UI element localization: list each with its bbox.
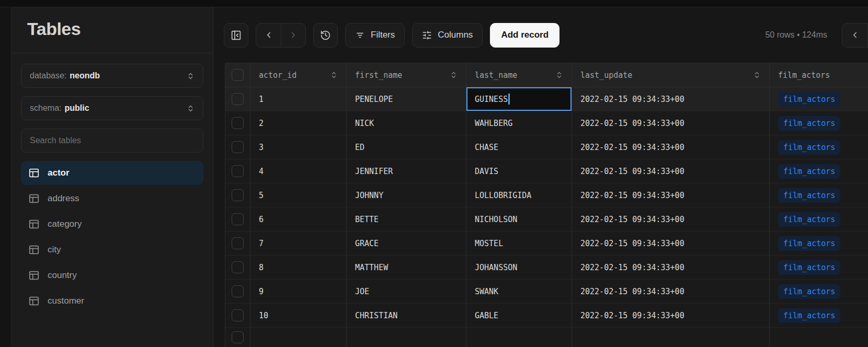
cell-actor_id[interactable]: 8 [250,256,347,280]
database-select[interactable]: database: neondb [21,64,203,88]
cell-first_name[interactable]: JENNIFER [347,159,466,183]
cell-first_name[interactable]: MATTHEW [347,256,466,280]
cell-first_name[interactable]: NICK [347,111,466,135]
cell-first_name[interactable]: PENELOPE [347,87,466,111]
cell-actor_id[interactable]: 6 [250,207,347,232]
cell-last_name[interactable]: SWANK [466,280,572,304]
cell-last_name[interactable]: CHASE [466,135,572,159]
cell-film_actors[interactable]: film_actors [770,207,868,232]
film-actors-link-badge[interactable]: film_actors [778,308,840,323]
cell-last_name[interactable]: GABLE [466,304,572,328]
film-actors-link-badge[interactable]: film_actors [778,236,840,251]
next-page-button[interactable] [281,24,305,47]
row-checkbox[interactable] [232,93,244,105]
cell-last_update[interactable]: 2022-02-15 09:34:33+00 [572,256,770,280]
sidebar-item-actor[interactable]: actor [21,161,203,185]
cell-first_name[interactable]: JOE [347,280,466,304]
row-checkbox[interactable] [232,117,244,129]
cell-film_actors[interactable]: film_actors [770,304,868,328]
cell-film_actors[interactable]: film_actors [770,87,868,111]
cell-first_name[interactable]: ED [347,135,466,159]
cell-film_actors[interactable]: film_actors [770,183,868,207]
cell-last_name[interactable]: LOLLOBRIGIDA [466,183,572,207]
cell-last_update[interactable]: 2022-02-15 09:34:33+00 [572,280,770,304]
cell-last_name-editing[interactable]: GUINESS [466,87,572,111]
cell-last_update[interactable]: 2022-02-15 09:34:33+00 [572,304,770,328]
sort-icon[interactable] [753,71,761,79]
sort-icon[interactable] [450,71,458,79]
cell-last_update[interactable]: 2022-02-15 09:34:33+00 [572,232,770,256]
cell-last_update[interactable]: 2022-02-15 09:34:33+00 [572,135,770,159]
cell-last_name[interactable]: WAHLBERG [466,111,572,135]
cell-actor_id[interactable]: 7 [250,232,347,256]
cell-last_name[interactable]: DAVIS [466,159,572,183]
columns-button[interactable]: Columns [412,23,483,48]
row-checkbox[interactable] [232,165,244,177]
cell-value: 2022-02-15 09:34:33+00 [580,215,684,224]
history-button[interactable] [313,23,338,48]
collapse-sidebar-button[interactable] [224,23,248,48]
row-checkbox[interactable] [232,141,244,153]
cell-actor_id[interactable]: 1 [250,87,347,111]
column-header-last_update[interactable]: last_update [572,63,770,87]
cell-last_update[interactable]: 2022-02-15 09:34:33+00 [572,183,770,207]
schema-select[interactable]: schema: public [21,96,203,120]
cell-last_update[interactable]: 2022-02-15 09:34:33+00 [572,111,770,135]
cell-film_actors[interactable]: film_actors [770,135,868,159]
add-record-button[interactable]: Add record [490,23,559,48]
column-header-film_actors[interactable]: film_actors [770,63,868,87]
sidebar-item-address[interactable]: address [21,187,203,211]
previous-page-button[interactable] [256,24,281,47]
sidebar-item-city[interactable]: city [21,238,203,262]
select-all-checkbox[interactable] [232,69,244,81]
column-header-actor_id[interactable]: actor_id [250,63,347,87]
cell-film_actors[interactable]: film_actors [770,256,868,280]
cell-last_name[interactable]: NICHOLSON [466,207,572,232]
cell-last_name[interactable]: MOSTEL [466,232,572,256]
cell-film_actors[interactable]: film_actors [770,280,868,304]
cell-film_actors[interactable]: film_actors [770,111,868,135]
pager-prev-button[interactable] [842,24,867,47]
row-checkbox[interactable] [232,331,244,343]
filters-button[interactable]: Filters [345,23,405,48]
sidebar-item-category[interactable]: category [21,212,203,236]
cell-last_name[interactable]: JOHANSSON [466,256,572,280]
sort-icon[interactable] [330,71,338,79]
cell-actor_id[interactable]: 4 [250,159,347,183]
cell-first_name[interactable]: CHRISTIAN [347,304,466,328]
cell-last_update[interactable]: 2022-02-15 09:34:33+00 [572,159,770,183]
sort-icon[interactable] [555,71,563,79]
cell-film_actors[interactable]: film_actors [770,232,868,256]
cell-actor_id[interactable]: 2 [250,111,347,135]
row-checkbox[interactable] [232,237,244,249]
row-checkbox[interactable] [232,189,244,201]
row-checkbox[interactable] [232,309,244,321]
film-actors-link-badge[interactable]: film_actors [778,140,840,155]
cell-first_name[interactable]: JOHNNY [347,183,466,207]
cell-actor_id[interactable]: 5 [250,183,347,207]
film-actors-link-badge[interactable]: film_actors [778,164,840,179]
column-header-first_name[interactable]: first_name [347,63,466,87]
cell-last_update[interactable]: 2022-02-15 09:34:33+00 [572,87,770,111]
row-checkbox[interactable] [232,285,244,297]
film-actors-link-badge[interactable]: film_actors [778,116,840,131]
row-checkbox[interactable] [232,261,244,273]
sidebar-item-customer[interactable]: customer [21,289,203,313]
cell-actor_id[interactable]: 9 [250,280,347,304]
cell-actor_id[interactable]: 10 [250,304,347,328]
column-header-last_name[interactable]: last_name [466,63,572,87]
sidebar-item-country[interactable]: country [21,263,203,287]
film-actors-link-badge[interactable]: film_actors [778,260,840,275]
film-actors-link-badge[interactable]: film_actors [778,212,840,227]
search-tables-input[interactable] [30,136,195,145]
film-actors-link-badge[interactable]: film_actors [778,92,840,107]
cell-value: MATTHEW [355,263,388,272]
cell-actor_id[interactable]: 3 [250,135,347,159]
cell-film_actors[interactable]: film_actors [770,159,868,183]
film-actors-link-badge[interactable]: film_actors [778,284,840,299]
cell-first_name[interactable]: GRACE [347,232,466,256]
cell-last_update[interactable]: 2022-02-15 09:34:33+00 [572,207,770,232]
cell-first_name[interactable]: BETTE [347,207,466,232]
row-checkbox[interactable] [232,213,244,225]
film-actors-link-badge[interactable]: film_actors [778,188,840,203]
